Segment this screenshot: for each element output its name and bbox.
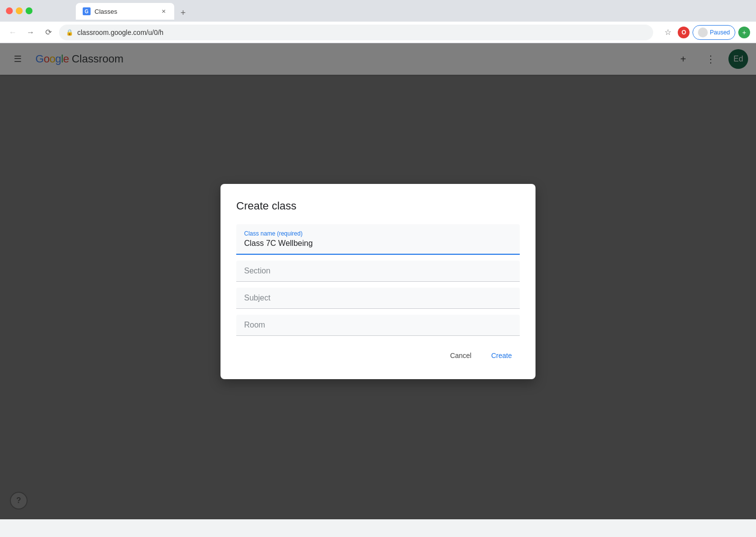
section-placeholder: Section: [244, 267, 512, 275]
modal-overlay: Create class Class name (required) Secti…: [0, 43, 756, 519]
forward-button[interactable]: →: [24, 26, 37, 39]
browser-titlebar: G Classes ✕ +: [0, 0, 756, 22]
close-button[interactable]: [6, 7, 13, 14]
address-bar: ← → ⟳ 🔒 classroom.google.com/u/0/h ☆ O P…: [0, 22, 756, 43]
app-container: ☰ Google Classroom + ⋮ Ed No classes her…: [0, 43, 756, 519]
tab-title: Classes: [94, 8, 117, 15]
modal-actions: Cancel Create: [236, 348, 520, 363]
browser-chrome: G Classes ✕ + ← → ⟳ 🔒 classroom.google.c…: [0, 0, 756, 43]
section-field[interactable]: Section: [236, 261, 520, 282]
subject-field[interactable]: Subject: [236, 288, 520, 309]
url-text: classroom.google.com/u/0/h: [77, 29, 163, 36]
bookmark-button[interactable]: ☆: [661, 26, 675, 39]
paused-avatar: [698, 28, 708, 37]
subject-placeholder: Subject: [244, 294, 512, 302]
extension-opera-button[interactable]: O: [678, 27, 690, 38]
class-name-label: Class name (required): [244, 230, 512, 237]
modal-title: Create class: [236, 200, 520, 212]
class-name-field[interactable]: Class name (required): [236, 224, 520, 255]
paused-label: Paused: [710, 29, 730, 36]
browser-actions: ☆ O Paused +: [661, 25, 750, 40]
paused-button[interactable]: Paused: [693, 25, 735, 40]
class-name-input[interactable]: [244, 239, 512, 248]
create-button[interactable]: Create: [483, 348, 520, 363]
tab-favicon: G: [83, 7, 91, 15]
cancel-button[interactable]: Cancel: [442, 348, 479, 363]
back-button[interactable]: ←: [6, 26, 20, 39]
active-tab[interactable]: G Classes ✕: [76, 3, 174, 20]
create-class-modal: Create class Class name (required) Secti…: [220, 184, 536, 379]
room-field[interactable]: Room: [236, 315, 520, 336]
extension-green-button[interactable]: +: [738, 27, 750, 38]
url-bar[interactable]: 🔒 classroom.google.com/u/0/h: [59, 25, 653, 40]
tab-close-button[interactable]: ✕: [159, 7, 167, 15]
traffic-lights: [6, 7, 32, 14]
minimize-button[interactable]: [16, 7, 23, 14]
new-tab-button[interactable]: +: [176, 6, 190, 20]
tab-bar: G Classes ✕ +: [36, 2, 196, 20]
lock-icon: 🔒: [66, 29, 73, 36]
maximize-button[interactable]: [26, 7, 32, 14]
reload-button[interactable]: ⟳: [41, 26, 55, 39]
room-placeholder: Room: [244, 321, 512, 329]
